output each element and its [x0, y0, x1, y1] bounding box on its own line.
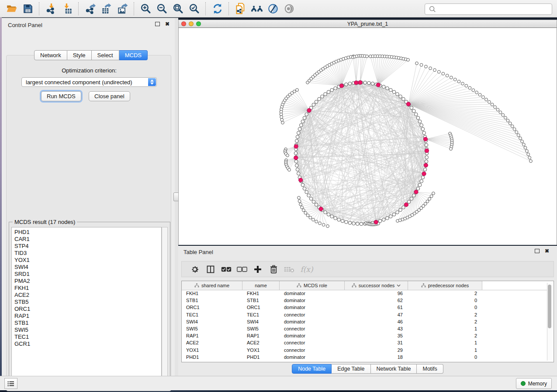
deselect-all-button[interactable] [234, 263, 250, 276]
network-titlebar[interactable]: YPA_prune.txt_1 [178, 20, 557, 28]
add-column-button[interactable] [250, 263, 266, 276]
tab-mcds[interactable]: MCDS [119, 50, 148, 60]
show-columns-button[interactable] [203, 263, 218, 276]
refresh-layout-button[interactable] [209, 1, 225, 16]
import-table-button[interactable] [59, 1, 75, 16]
zoom-in-button[interactable] [138, 1, 154, 16]
table-settings-button[interactable] [187, 263, 203, 276]
toggle-graphics-details-button[interactable] [265, 1, 281, 16]
table-row[interactable]: TEC1TEC1connector472 [182, 311, 545, 318]
close-panel-icon[interactable]: ✖ [165, 22, 170, 26]
export-table-button[interactable] [98, 1, 114, 16]
columns-icon [206, 265, 215, 274]
mcds-result-groupbox: MCDS result (17 nodes) PHD1CAR1STP4TID3Y… [9, 222, 170, 384]
mcds-list-scrollbar[interactable] [162, 227, 168, 381]
column-header-predecessor-nodes[interactable]: predecessor nodes [408, 281, 482, 290]
search-field[interactable] [425, 3, 552, 15]
split-divider[interactable] [175, 18, 178, 376]
table-cell: 1 [408, 340, 482, 345]
table-row[interactable]: FKH1FKH1dominator962 [182, 290, 545, 297]
table-cell: TEC1 [242, 312, 280, 317]
save-session-button[interactable] [20, 1, 36, 16]
open-file-button[interactable] [3, 1, 20, 16]
scrollbar-thumb[interactable] [548, 285, 551, 328]
delete-table-button[interactable] [281, 263, 297, 276]
column-header-name[interactable]: name [242, 281, 280, 290]
mcds-result-item[interactable]: PMA2 [14, 278, 161, 285]
table-row[interactable]: ACE2ACE2connector311 [182, 339, 545, 346]
table-cell: dominator [280, 298, 345, 303]
main-toolbar [0, 0, 557, 17]
zoom-in-icon [140, 3, 151, 14]
task-history-button[interactable] [4, 378, 17, 389]
close-panel-icon[interactable]: ✖ [545, 249, 549, 253]
import-network-button[interactable] [43, 1, 59, 16]
table-cell: STB1 [242, 298, 280, 303]
table-cell: 43 [345, 326, 408, 331]
column-header-successor-nodes[interactable]: successor nodes [345, 281, 408, 290]
table-cell: TEC1 [182, 312, 242, 317]
export-image-button[interactable] [114, 1, 131, 16]
export-network-button[interactable] [82, 1, 98, 16]
table-row[interactable]: ORC1ORC1dominator610 [182, 304, 545, 311]
table-cell: dominator [280, 333, 345, 338]
column-header-mcds-role[interactable]: MCDS role [280, 281, 345, 290]
mcds-result-item[interactable]: STB1 [14, 320, 161, 327]
table-row[interactable]: SWI5SWI5connector431 [182, 325, 545, 332]
zoom-fit-button[interactable] [170, 1, 186, 16]
mcds-result-item[interactable]: PHD1 [14, 229, 161, 236]
control-panel-title: Control Panel [8, 22, 42, 28]
optimization-criterion-select[interactable]: largest connected component (undirected) [21, 77, 157, 87]
clone-network-button[interactable] [232, 1, 249, 16]
zoom-out-button[interactable] [154, 1, 170, 16]
mcds-result-item[interactable]: SWI4 [14, 264, 161, 271]
column-header-shared-name[interactable]: shared name [182, 281, 242, 290]
float-panel-icon[interactable] [535, 249, 540, 253]
mcds-result-item[interactable]: GCR1 [14, 340, 161, 347]
mcds-result-item[interactable]: SRD1 [14, 271, 161, 278]
table-row[interactable]: STB1STB1dominator620 [182, 297, 545, 304]
tab-network-table[interactable]: Network Table [371, 364, 417, 374]
mcds-result-item[interactable]: TEC1 [14, 334, 161, 340]
tab-edge-table[interactable]: Edge Table [332, 364, 370, 374]
table-cell: YOX1 [182, 347, 242, 353]
tab-style[interactable]: Style [67, 50, 92, 60]
save-icon [23, 3, 33, 14]
column-header-filler [482, 281, 548, 290]
run-mcds-button[interactable]: Run MCDS [41, 91, 81, 101]
close-panel-button[interactable]: Close panel [89, 91, 130, 101]
attribute-icon [194, 283, 199, 288]
tab-node-table[interactable]: Node Table [292, 364, 332, 374]
select-all-button[interactable] [218, 263, 234, 276]
zoom-selected-button[interactable] [186, 1, 202, 16]
mcds-result-item[interactable]: CAR1 [14, 236, 161, 243]
table-row[interactable]: RAP1RAP1dominator352 [182, 332, 545, 339]
mcds-result-item[interactable]: FKH1 [14, 285, 161, 292]
show-hide-button[interactable] [281, 1, 297, 16]
tab-motifs[interactable]: Motifs [417, 364, 443, 374]
mcds-result-item[interactable]: RAP1 [14, 313, 161, 320]
mcds-result-item[interactable]: ORC1 [14, 306, 161, 313]
mcds-result-item[interactable]: TID3 [14, 250, 161, 257]
table-cell: connector [280, 312, 345, 317]
table-cell: connector [280, 326, 345, 331]
mcds-result-item[interactable]: STB5 [14, 299, 161, 306]
search-input[interactable] [438, 4, 552, 14]
network-view-canvas[interactable] [178, 28, 557, 245]
float-panel-icon[interactable] [155, 22, 160, 26]
table-vertical-scrollbar[interactable] [547, 283, 552, 361]
mcds-result-item[interactable]: SWI5 [14, 327, 161, 334]
find-button[interactable] [249, 1, 265, 16]
mcds-result-item[interactable]: STP4 [14, 243, 161, 250]
plus-icon [253, 265, 262, 274]
table-row[interactable]: PHD1PHD1dominator180 [182, 354, 545, 361]
tab-select[interactable]: Select [92, 50, 119, 60]
mcds-result-item[interactable]: ACE2 [14, 292, 161, 299]
tab-network[interactable]: Network [34, 50, 67, 60]
memory-button[interactable]: Memory [516, 378, 552, 389]
apply-function-button[interactable]: f(x) [297, 263, 316, 276]
mcds-result-item[interactable]: YOX1 [14, 257, 161, 264]
delete-column-button[interactable] [266, 263, 281, 276]
table-row[interactable]: YOX1YOX1connector291 [182, 347, 545, 354]
table-row[interactable]: SWI4SWI4dominator462 [182, 318, 545, 325]
